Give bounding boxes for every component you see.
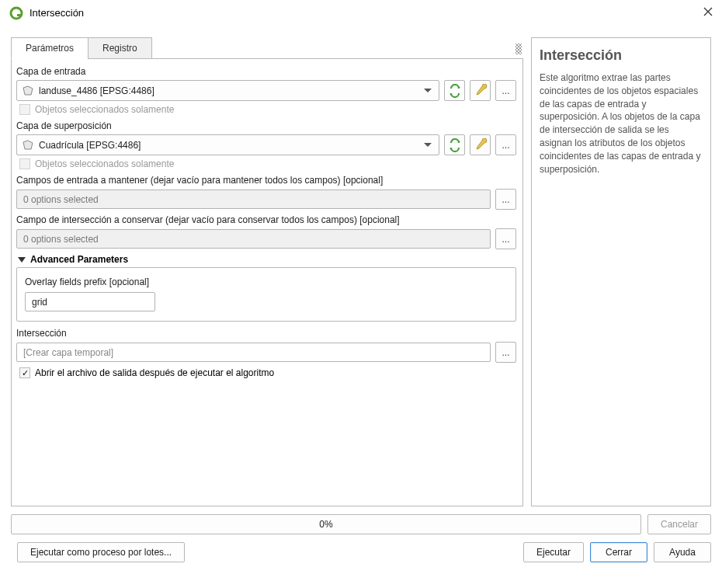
help-panel: Intersección Este algoritmo extrae las p… [531, 37, 711, 506]
checkbox-icon [19, 158, 30, 169]
ellipsis-icon: ... [502, 347, 509, 358]
advanced-box: Overlay fields prefix [opcional] [16, 267, 516, 322]
panel-grip-icon[interactable] [515, 43, 522, 54]
tab-spacer [151, 37, 523, 59]
iterate-button[interactable] [444, 80, 465, 101]
ellipsis-icon: ... [502, 85, 509, 96]
btn-label: Ejecutar como proceso por lotes... [30, 547, 172, 558]
tab-label: Registro [102, 43, 137, 54]
tabs: Parámetros Registro [11, 37, 523, 59]
btn-label: Ayuda [669, 547, 696, 558]
btn-label: Cerrar [606, 547, 632, 558]
ellipsis-icon: ... [502, 234, 509, 245]
open-after-check[interactable]: Abrir el archivo de salida después de ej… [19, 367, 516, 378]
field-value: 0 options selected [23, 234, 99, 245]
placeholder-text: [Crear capa temporal] [23, 347, 113, 358]
input-selected-only-check: Objetos seleccionados solamente [19, 104, 516, 115]
input-fields-label: Campos de entrada a mantener (dejar vací… [16, 175, 516, 186]
wrench-icon [474, 84, 488, 98]
input-fields-selector[interactable]: 0 options selected [16, 190, 491, 209]
close-icon [703, 7, 713, 16]
window-title: Intersección [30, 7, 682, 19]
chevron-down-icon [420, 81, 436, 100]
chevron-down-icon [420, 135, 436, 155]
qgis-icon [9, 6, 23, 20]
input-layer-label: Capa de entrada [16, 66, 516, 77]
triangle-down-icon [18, 257, 26, 263]
help-body: Este algoritmo extrae las partes coincid… [540, 71, 703, 176]
iterate-icon [448, 138, 462, 152]
overlay-prefix-input[interactable] [25, 292, 155, 311]
iterate-icon [448, 84, 462, 98]
checkbox-icon [19, 104, 30, 115]
overlay-fields-selector[interactable]: 0 options selected [16, 229, 491, 249]
checkbox-icon [19, 367, 30, 378]
svg-rect-1 [17, 14, 22, 16]
tab-parametros[interactable]: Parámetros [11, 37, 89, 59]
advanced-options-button[interactable] [470, 80, 491, 101]
help-title: Intersección [540, 47, 703, 64]
btn-label: Cancelar [661, 519, 698, 530]
output-destination-input[interactable]: [Crear capa temporal] [16, 343, 491, 362]
iterate-button[interactable] [444, 134, 465, 155]
output-label: Intersección [16, 328, 516, 339]
input-layer-value: landuse_4486 [EPSG:4486] [39, 85, 420, 96]
output-browse-button[interactable]: ... [495, 342, 516, 363]
svg-point-0 [11, 8, 22, 19]
help-button[interactable]: Ayuda [654, 542, 711, 562]
tab-label: Parámetros [26, 43, 74, 54]
progress-text: 0% [319, 519, 332, 530]
ellipsis-icon: ... [502, 140, 509, 151]
titlebar: Intersección [0, 0, 722, 26]
browse-overlay-button[interactable]: ... [495, 134, 516, 155]
cancel-button: Cancelar [647, 514, 711, 534]
advanced-options-button[interactable] [470, 134, 491, 155]
input-layer-combo[interactable]: landuse_4486 [EPSG:4486] [16, 80, 439, 101]
overlay-layer-combo[interactable]: Cuadrícula [EPSG:4486] [16, 134, 439, 155]
wrench-icon [474, 138, 488, 152]
overlay-selected-only-check: Objetos seleccionados solamente [19, 158, 516, 169]
run-batch-button[interactable]: Ejecutar como proceso por lotes... [17, 542, 185, 562]
ellipsis-icon: ... [502, 194, 509, 205]
field-value: 0 options selected [23, 194, 99, 205]
advanced-title: Advanced Parameters [30, 254, 128, 265]
input-fields-browse-button[interactable]: ... [495, 189, 516, 210]
overlay-prefix-label: Overlay fields prefix [opcional] [25, 277, 508, 287]
overlay-fields-browse-button[interactable]: ... [495, 228, 516, 249]
polygon-layer-icon [22, 85, 34, 96]
run-button[interactable]: Ejecutar [523, 542, 584, 562]
overlay-layer-label: Capa de superposición [16, 120, 516, 131]
polygon-layer-icon [22, 140, 34, 151]
check-label: Abrir el archivo de salida después de ej… [35, 367, 274, 378]
overlay-fields-label: Campo de intersección a conservar (dejar… [16, 214, 516, 225]
advanced-toggle[interactable]: Advanced Parameters [18, 254, 516, 265]
browse-input-button[interactable]: ... [495, 80, 516, 101]
close-button[interactable]: Cerrar [590, 542, 647, 562]
check-label: Objetos seleccionados solamente [35, 158, 174, 169]
tab-registro[interactable]: Registro [88, 37, 152, 59]
overlay-layer-value: Cuadrícula [EPSG:4486] [39, 140, 420, 151]
window-close-button[interactable] [682, 7, 713, 19]
check-label: Objetos seleccionados solamente [35, 104, 174, 115]
parameters-panel: Capa de entrada landuse_4486 [EPSG:4486] [11, 59, 523, 506]
btn-label: Ejecutar [536, 547, 571, 558]
progress-bar: 0% [11, 514, 641, 534]
